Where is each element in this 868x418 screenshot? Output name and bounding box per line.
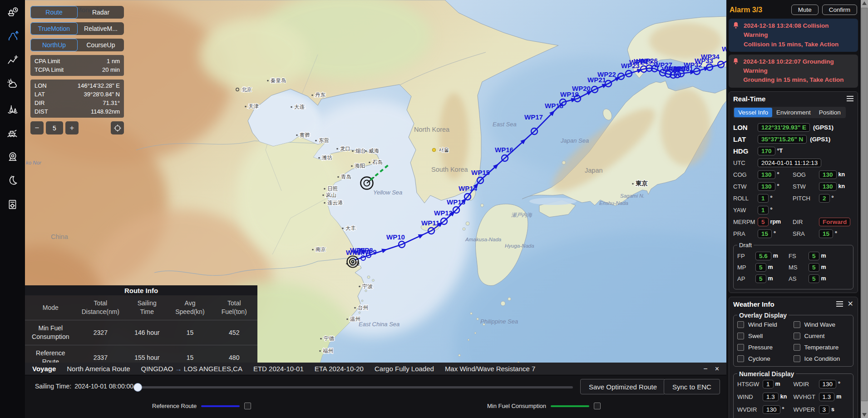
scroll-up-icon[interactable]: [862, 1, 867, 5]
close-icon[interactable]: ✕: [848, 300, 853, 308]
swell-checkbox[interactable]: [737, 333, 744, 339]
zoom-out-button[interactable]: −: [30, 121, 44, 134]
sra-label: SRA: [793, 230, 819, 237]
radar-mode-button[interactable]: Radar: [78, 6, 124, 19]
svg-text:WP9: WP9: [362, 248, 377, 256]
svg-text:瀬戸内海: 瀬戸内海: [511, 212, 533, 218]
close-icon[interactable]: ×: [715, 365, 719, 373]
scrollbar-thumb[interactable]: [861, 8, 868, 401]
fleet-monitor-icon[interactable]: [6, 5, 19, 18]
temperature-checkbox[interactable]: [794, 344, 800, 351]
cpa-limit-value: 1 nm: [107, 57, 120, 65]
reference-route-checkbox[interactable]: [244, 403, 251, 409]
svg-text:黄骅: 黄骅: [300, 132, 311, 138]
time-slider-track[interactable]: [140, 386, 573, 388]
svg-text:East Sea: East Sea: [493, 121, 517, 128]
zoom-level-value: 5: [46, 121, 63, 134]
fs-label: FS: [789, 253, 809, 259]
route-design-icon[interactable]: [6, 54, 19, 66]
route-mode-button[interactable]: Route: [30, 6, 78, 19]
report-settings-icon[interactable]: [6, 198, 19, 211]
cursor-lat-label: LAT: [35, 90, 45, 99]
zoom-in-button[interactable]: +: [65, 121, 79, 134]
weather-icon[interactable]: [6, 78, 19, 90]
lat-value: 35°37'15.26" N: [758, 135, 807, 144]
legend-label: Min Fuel Consumption: [487, 403, 546, 409]
merpm-label: MERPM: [733, 219, 758, 225]
pressure-checkbox[interactable]: [737, 344, 744, 351]
fp-value: 5.6: [755, 252, 771, 260]
mute-button[interactable]: Mute: [791, 5, 819, 15]
minimize-icon[interactable]: −: [703, 365, 707, 373]
fs-value: 5: [809, 252, 819, 260]
stw-label: STW: [793, 183, 819, 190]
bell-icon: [732, 57, 739, 65]
route-arrow-icon: →: [175, 365, 182, 373]
cursor-lon-value: 146°14'32.28" E: [78, 81, 120, 90]
current-checkbox[interactable]: [794, 333, 800, 339]
menu-icon[interactable]: [847, 96, 853, 101]
grounding-warning-icon[interactable]: [6, 126, 19, 139]
relative-motion-button[interactable]: RelativeM...: [78, 22, 124, 35]
svg-text:天津: 天津: [248, 104, 259, 109]
ap-label: AP: [737, 275, 755, 282]
svg-text:海阳: 海阳: [355, 163, 365, 169]
tab-vessel-info[interactable]: Vessel Info: [734, 108, 772, 117]
scroll-down-icon[interactable]: [862, 413, 867, 417]
svg-text:ko Nor: ko Nor: [26, 160, 42, 165]
ms-value: 5: [809, 263, 819, 272]
svg-text:宁波: 宁波: [362, 284, 373, 289]
wind-wave-checkbox[interactable]: [794, 321, 800, 328]
tab-environment[interactable]: Environment: [772, 108, 815, 117]
voyage-label: Voyage: [32, 365, 56, 373]
table-row[interactable]: Min Fuel Consumption 2327 146 hour 15 45…: [25, 320, 257, 345]
voyage-resistance: Max Wind/Wave Resistance 7: [445, 365, 536, 373]
draft-legend: Draft: [737, 242, 754, 249]
surveillance-icon[interactable]: [6, 150, 19, 163]
north-up-button[interactable]: NorthUp: [30, 39, 78, 51]
lon-value: 122°31'29.93" E: [758, 123, 810, 132]
voyage-eta: ETA 2024-10-20: [315, 365, 364, 373]
course-up-button[interactable]: CourseUp: [78, 39, 124, 51]
right-panel: Alarm 3/3 Mute Confirm 2024-12-18 13:24:…: [726, 0, 861, 418]
pitch-value: 2: [819, 194, 830, 203]
reference-route-line: [201, 405, 240, 407]
ctw-value: 130: [758, 182, 775, 191]
route-planning-icon[interactable]: [6, 30, 19, 42]
sync-to-enc-button[interactable]: Sync to ENC: [664, 379, 720, 394]
time-slider-knob[interactable]: [133, 383, 142, 392]
night-mode-icon[interactable]: [6, 174, 19, 187]
alarm-item-grounding[interactable]: 2024-12-18 10:22:07 Grounding Warning Gr…: [729, 55, 858, 88]
weather-panel: Weather Info ✕ Overlay Display Wind Fiel…: [729, 297, 858, 418]
svg-text:WP11: WP11: [421, 219, 439, 227]
zoom-controls: − 5 +: [30, 121, 124, 134]
roll-value: 1: [758, 194, 769, 203]
true-motion-button[interactable]: TrueMotion: [30, 22, 78, 35]
tab-position[interactable]: Position: [815, 108, 845, 117]
wind-field-checkbox[interactable]: [737, 321, 744, 328]
alarm-item-collision[interactable]: 2024-12-18 13:24:08 Collision Warning Co…: [729, 19, 858, 52]
confirm-button[interactable]: Confirm: [822, 5, 857, 15]
cursor-readout-box: LON146°14'32.28" E LAT39°28'0.84" N DIR7…: [30, 80, 124, 118]
center-vessel-button[interactable]: [111, 121, 124, 134]
svg-text:温州: 温州: [350, 316, 360, 322]
svg-text:威海: 威海: [369, 148, 380, 154]
mp-value: 5: [755, 263, 766, 272]
realtime-tabs: Vessel Info Environment Position: [733, 107, 846, 118]
cyclone-checkbox[interactable]: [737, 355, 744, 362]
svg-text:Amakusa-Nada: Amakusa-Nada: [465, 237, 501, 242]
svg-text:青岛: 青岛: [340, 174, 351, 179]
cpa-limits-box: CPA Limit1 nm TCPA Limit20 min: [30, 55, 124, 76]
svg-text:East China Sea: East China Sea: [359, 321, 399, 328]
svg-text:WP15: WP15: [471, 169, 490, 176]
tcpa-limit-label: TCPA Limit: [35, 65, 64, 74]
cursor-dir-value: 71.31°: [103, 99, 120, 107]
ice-condition-checkbox[interactable]: [794, 355, 800, 362]
menu-icon[interactable]: [836, 301, 843, 307]
htsgw-value: 1: [763, 380, 774, 388]
right-scrollbar[interactable]: [861, 0, 868, 418]
mp-label: MP: [737, 264, 755, 271]
save-optimized-route-button[interactable]: Save Optimized Route: [580, 379, 666, 394]
min-fuel-checkbox[interactable]: [594, 403, 601, 409]
navigation-marks-icon[interactable]: [6, 102, 19, 114]
